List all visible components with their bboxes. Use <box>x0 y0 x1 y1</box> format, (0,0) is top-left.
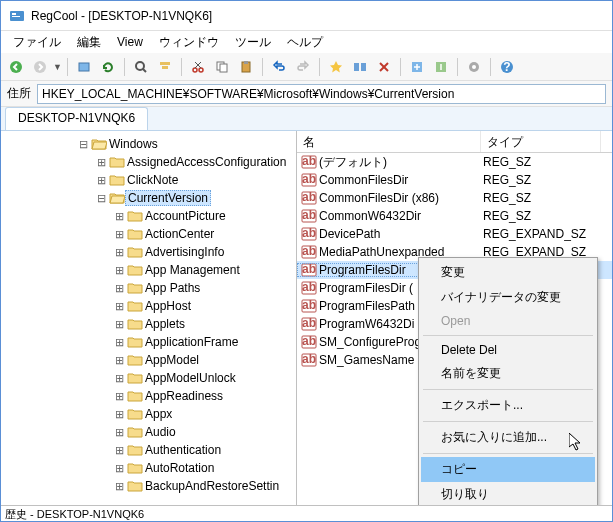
filter-icon[interactable] <box>154 56 176 78</box>
svg-text:ab: ab <box>302 155 316 168</box>
svg-rect-5 <box>79 63 89 71</box>
context-menu-item[interactable]: バイナリデータの変更 <box>421 285 595 310</box>
svg-point-4 <box>34 61 46 73</box>
menu-edit[interactable]: 編集 <box>69 32 109 53</box>
context-menu-item[interactable]: Delete Del <box>421 339 595 361</box>
context-menu-item[interactable]: 変更 <box>421 260 595 285</box>
refresh-icon[interactable] <box>97 56 119 78</box>
paste-icon[interactable] <box>235 56 257 78</box>
tree-node[interactable]: ⊞Appx <box>1 405 296 423</box>
svg-rect-2 <box>12 16 20 17</box>
column-name[interactable]: 名 <box>297 131 481 152</box>
tree-node[interactable]: ⊞ClickNote <box>1 171 296 189</box>
settings-icon[interactable] <box>463 56 485 78</box>
tree-node[interactable]: ⊞ActionCenter <box>1 225 296 243</box>
tab-bar: DESKTOP-N1VNQK6 <box>1 107 612 131</box>
tab-desktop[interactable]: DESKTOP-N1VNQK6 <box>5 107 148 130</box>
copy-icon[interactable] <box>211 56 233 78</box>
tree-node[interactable]: ⊞AssignedAccessConfiguration <box>1 153 296 171</box>
help-icon[interactable]: ? <box>496 56 518 78</box>
menu-bar: ファイル 編集 View ウィンドウ ツール ヘルプ <box>1 31 612 53</box>
menu-separator <box>423 421 593 422</box>
window-title: RegCool - [DESKTOP-N1VNQK6] <box>31 9 212 23</box>
menu-view[interactable]: View <box>109 33 151 51</box>
list-row[interactable]: ab(デフォルト)REG_SZ <box>297 153 612 171</box>
list-row[interactable]: abCommonFilesDir (x86)REG_SZ <box>297 189 612 207</box>
svg-rect-8 <box>160 62 170 65</box>
address-label: 住所 <box>7 85 31 102</box>
address-bar: 住所 <box>1 81 612 107</box>
svg-rect-18 <box>354 63 359 71</box>
tree-node[interactable]: ⊞AppHost <box>1 297 296 315</box>
menu-help[interactable]: ヘルプ <box>279 32 331 53</box>
context-menu-item[interactable]: お気に入りに追加... <box>421 425 595 450</box>
tree-node[interactable]: ⊞Applets <box>1 315 296 333</box>
svg-rect-9 <box>162 66 168 69</box>
list-row[interactable]: abCommonFilesDirREG_SZ <box>297 171 612 189</box>
context-menu-item[interactable]: コピー <box>421 457 595 482</box>
svg-text:?: ? <box>503 60 510 74</box>
tree-node[interactable]: ⊞AdvertisingInfo <box>1 243 296 261</box>
tree-node[interactable]: ⊞App Paths <box>1 279 296 297</box>
svg-text:ab: ab <box>302 299 316 312</box>
delete-icon[interactable] <box>373 56 395 78</box>
svg-text:ab: ab <box>302 281 316 294</box>
svg-rect-15 <box>220 64 227 72</box>
svg-text:ab: ab <box>302 173 316 186</box>
tree-view[interactable]: ⊟Windows⊞AssignedAccessConfiguration⊞Cli… <box>1 131 297 505</box>
svg-text:ab: ab <box>302 245 316 258</box>
compare-icon[interactable] <box>349 56 371 78</box>
svg-text:ab: ab <box>302 227 316 240</box>
svg-point-3 <box>10 61 22 73</box>
tree-node[interactable]: ⊞AppModel <box>1 351 296 369</box>
menu-separator <box>423 389 593 390</box>
dropdown-icon[interactable]: ▼ <box>53 62 62 72</box>
title-bar: RegCool - [DESKTOP-N1VNQK6] <box>1 1 612 31</box>
svg-text:ab: ab <box>302 209 316 222</box>
list-row[interactable]: abCommonW6432DirREG_SZ <box>297 207 612 225</box>
tool-icon[interactable] <box>73 56 95 78</box>
address-input[interactable] <box>37 84 606 104</box>
svg-line-7 <box>143 69 146 72</box>
history-bar: 歴史 - DESKTOP-N1VNQK6 <box>1 505 612 521</box>
tree-node[interactable]: ⊞AccountPicture <box>1 207 296 225</box>
context-menu-item[interactable]: 名前を変更 <box>421 361 595 386</box>
context-menu-item[interactable]: 切り取り <box>421 482 595 505</box>
svg-point-10 <box>193 68 197 72</box>
export-icon[interactable] <box>406 56 428 78</box>
svg-point-11 <box>199 68 203 72</box>
list-row[interactable]: abDevicePathREG_EXPAND_SZ <box>297 225 612 243</box>
menu-file[interactable]: ファイル <box>5 32 69 53</box>
svg-point-25 <box>472 65 476 69</box>
import-icon[interactable] <box>430 56 452 78</box>
svg-text:ab: ab <box>302 263 316 276</box>
back-button[interactable] <box>5 56 27 78</box>
tree-node[interactable]: ⊞App Management <box>1 261 296 279</box>
tree-node[interactable]: ⊞AppReadiness <box>1 387 296 405</box>
tree-node[interactable]: ⊟CurrentVersion <box>1 189 296 207</box>
svg-text:ab: ab <box>302 317 316 330</box>
menu-separator <box>423 335 593 336</box>
tree-node[interactable]: ⊞AppModelUnlock <box>1 369 296 387</box>
menu-window[interactable]: ウィンドウ <box>151 32 227 53</box>
search-icon[interactable] <box>130 56 152 78</box>
forward-button[interactable] <box>29 56 51 78</box>
svg-text:ab: ab <box>302 335 316 348</box>
cut-icon[interactable] <box>187 56 209 78</box>
context-menu: 変更バイナリデータの変更OpenDelete Del名前を変更エクスポート...… <box>418 257 598 505</box>
svg-text:ab: ab <box>302 191 316 204</box>
tree-node[interactable]: ⊞Audio <box>1 423 296 441</box>
column-type[interactable]: タイプ <box>481 131 601 152</box>
svg-text:ab: ab <box>302 353 316 366</box>
tree-node[interactable]: ⊞BackupAndRestoreSettin <box>1 477 296 495</box>
menu-tools[interactable]: ツール <box>227 32 279 53</box>
context-menu-item[interactable]: エクスポート... <box>421 393 595 418</box>
favorite-icon[interactable] <box>325 56 347 78</box>
tree-node[interactable]: ⊞Authentication <box>1 441 296 459</box>
list-view[interactable]: 名 タイプ ab(デフォルト)REG_SZabCommonFilesDirREG… <box>297 131 612 505</box>
undo-icon[interactable] <box>268 56 290 78</box>
tree-node[interactable]: ⊞ApplicationFrame <box>1 333 296 351</box>
redo-icon[interactable] <box>292 56 314 78</box>
tree-node[interactable]: ⊟Windows <box>1 135 296 153</box>
tree-node[interactable]: ⊞AutoRotation <box>1 459 296 477</box>
